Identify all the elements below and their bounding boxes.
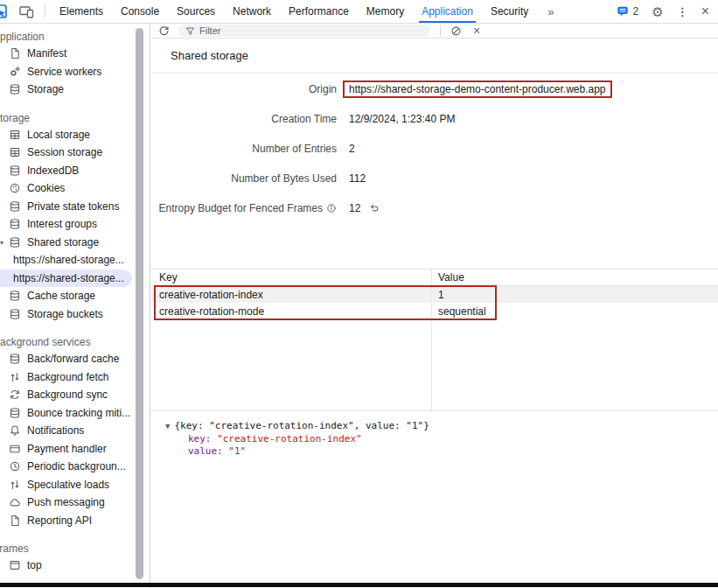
metadata-value: 112 — [349, 172, 366, 185]
cell-key: creative-rotation-mode — [151, 305, 431, 318]
panel-title-row: Shared storage — [151, 38, 718, 74]
reset-entropy-icon[interactable] — [368, 203, 380, 214]
database-icon — [9, 218, 21, 230]
window-bottom-edge — [0, 583, 718, 587]
sidebar-item-service-workers[interactable]: Service workers — [0, 63, 132, 81]
metadata-value-annotated: https://shared-storage-demo-content-prod… — [343, 80, 612, 98]
page-title: Shared storage — [171, 49, 248, 62]
table-icon — [9, 129, 21, 141]
sidebar-item-label: Notifications — [27, 424, 84, 437]
filter-input[interactable] — [199, 25, 423, 36]
metadata-row-creation-time: Creation Time12/9/2024, 1:23:40 PM — [151, 104, 612, 134]
devtools-window: ElementsConsoleSourcesNetworkPerformance… — [0, 0, 718, 588]
entry-preview: ▼ {key: "creative-rotation-index", value… — [151, 411, 718, 583]
sidebar-item-label: Speculative loads — [27, 479, 109, 491]
metadata-row-number-of-entries: Number of Entries2 — [151, 134, 612, 164]
sidebar-item-label: Bounce tracking miti... — [27, 407, 130, 419]
metadata-label: Origin — [309, 83, 337, 95]
metadata-value: 12/9/2024, 1:23:40 PM — [349, 113, 455, 125]
tab-elements[interactable]: Elements — [51, 0, 112, 23]
inspect-icon[interactable] — [0, 4, 8, 19]
sidebar-item-background-sync[interactable]: Background sync — [0, 386, 132, 404]
sidebar-item-interest-groups[interactable]: Interest groups — [0, 215, 132, 234]
info-icon[interactable] — [326, 203, 337, 214]
sidebar-item-notifications[interactable]: Notifications — [0, 422, 132, 440]
sidebar-item-cache-storage[interactable]: Cache storage — [0, 287, 132, 305]
tab-performance[interactable]: Performance — [280, 0, 358, 23]
sidebar-item-indexeddb[interactable]: IndexedDB — [0, 162, 132, 180]
sidebar-item-manifest[interactable]: Manifest — [0, 45, 132, 63]
column-header-key[interactable]: Key — [151, 271, 431, 284]
property-value: "creative-rotation-index" — [217, 433, 362, 444]
column-divider[interactable] — [431, 270, 432, 410]
device-toolbar-icon[interactable] — [19, 5, 34, 18]
sidebar-item-label: Local storage — [27, 129, 90, 141]
sidebar-item-session-storage[interactable]: Session storage — [0, 144, 132, 162]
sidebar-item-push-messaging[interactable]: Push messaging — [0, 494, 132, 512]
file-icon — [9, 47, 21, 60]
database-icon — [9, 290, 21, 302]
sidebar-item-label: Storage buckets — [27, 308, 103, 320]
clear-all-icon[interactable] — [450, 25, 462, 37]
sidebar-item-bounce-tracking-miti[interactable]: Bounce tracking miti... — [0, 404, 132, 423]
gears-icon — [9, 66, 21, 78]
database-icon — [9, 164, 21, 177]
sidebar-item-top[interactable]: top — [0, 556, 132, 575]
refresh-icon[interactable] — [158, 25, 170, 37]
sidebar-item-background-fetch[interactable]: Background fetch — [0, 368, 132, 387]
tab-console[interactable]: Console — [112, 0, 168, 23]
sidebar-item-label: Background fetch — [27, 371, 108, 383]
tab-sources[interactable]: Sources — [168, 0, 224, 23]
storage-metadata: Originhttps://shared-storage-demo-conten… — [151, 74, 612, 223]
sidebar-item-label: Cookies — [27, 182, 65, 194]
table-row[interactable]: creative-rotation-index1 — [151, 286, 718, 303]
sidebar-item-cookies[interactable]: Cookies — [0, 179, 132, 198]
cloud-icon — [9, 496, 21, 508]
cell-key: creative-rotation-index — [151, 289, 431, 301]
tab-application[interactable]: Application — [413, 0, 482, 23]
issues-button[interactable]: 2 — [617, 5, 639, 18]
tab-security[interactable]: Security — [482, 0, 537, 23]
panel-tabs: ElementsConsoleSourcesNetworkPerformance… — [51, 0, 537, 23]
column-header-value[interactable]: Value — [431, 271, 464, 284]
delete-selected-icon[interactable]: × — [473, 24, 480, 37]
database-icon — [9, 200, 21, 213]
property-name: key: — [188, 433, 217, 444]
sidebar-item-storage[interactable]: Storage — [0, 80, 132, 99]
tab-network[interactable]: Network — [224, 0, 280, 23]
expand-triangle-icon[interactable]: ▼ — [165, 420, 170, 433]
sidebar-item-https-shared-storage[interactable]: https://shared-storage... — [0, 251, 132, 270]
table-row[interactable]: creative-rotation-modesequential — [151, 303, 718, 319]
sidebar-item-label: Private state tokens — [27, 200, 119, 213]
sidebar-scrollbar[interactable] — [136, 28, 143, 579]
sidebar-item-https-shared-storage[interactable]: https://shared-storage... — [0, 270, 132, 288]
settings-gear-icon[interactable]: ⚙ — [652, 5, 663, 18]
sidebar-item-speculative-loads[interactable]: Speculative loads — [0, 476, 132, 494]
filter-pill[interactable] — [178, 24, 430, 37]
sidebar-item-label: Reporting API — [27, 514, 92, 527]
sidebar-item-label: Session storage — [27, 146, 102, 158]
property-value: "1" — [228, 445, 246, 457]
sidebar-item-reporting-api[interactable]: Reporting API — [0, 512, 132, 530]
sidebar-item-private-state-tokens[interactable]: Private state tokens — [0, 198, 132, 216]
sidebar-item-label: Service workers — [27, 66, 101, 78]
sidebar-item-storage-buckets[interactable]: Storage buckets — [0, 305, 132, 324]
entries-table: Key Value creative-rotation-index1creati… — [151, 269, 718, 411]
sidebar-item-back-forward-cache[interactable]: Back/forward cache — [0, 350, 132, 368]
database-icon — [9, 353, 21, 365]
database-icon — [9, 308, 21, 320]
frame-icon — [9, 559, 21, 571]
sidebar-item-label: Back/forward cache — [27, 353, 119, 365]
sidebar-item-payment-handler[interactable]: Payment handler — [0, 440, 132, 458]
sidebar-item-local-storage[interactable]: Local storage — [0, 126, 132, 144]
sidebar-item-shared-storage[interactable]: ▾Shared storage — [0, 234, 132, 252]
tab-memory[interactable]: Memory — [358, 0, 413, 23]
more-tabs-button[interactable]: » — [537, 0, 564, 23]
close-devtools-icon[interactable]: × — [701, 4, 709, 18]
chevron-down-icon[interactable]: ▾ — [0, 238, 3, 246]
more-options-icon[interactable]: ⋮ — [677, 6, 688, 18]
metadata-row-origin: Originhttps://shared-storage-demo-conten… — [151, 74, 612, 104]
sidebar-item-periodic-backgroun[interactable]: Periodic backgroun... — [0, 458, 132, 476]
clock-icon — [9, 460, 21, 472]
preview-summary: {key: "creative-rotation-index", value: … — [174, 420, 429, 433]
